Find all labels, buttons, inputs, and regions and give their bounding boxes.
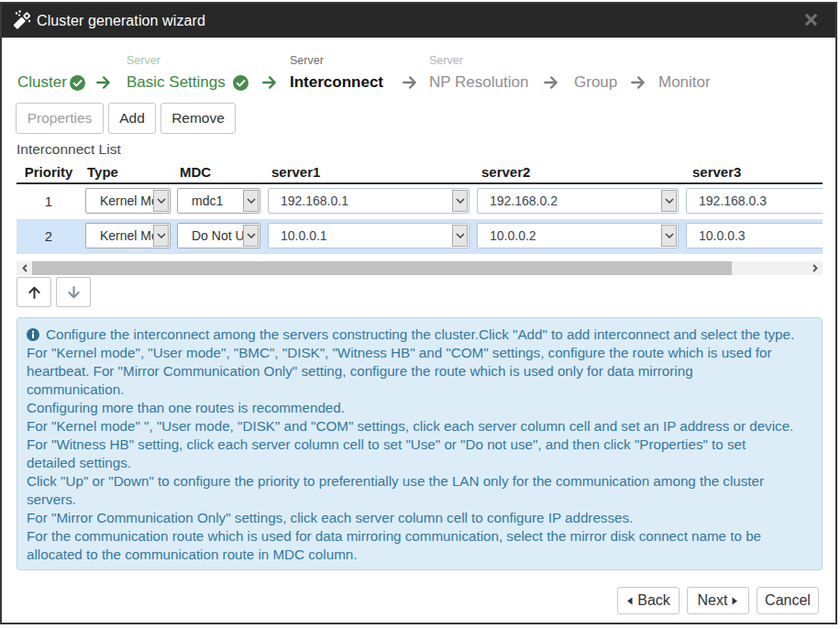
priority-updown bbox=[17, 277, 91, 307]
scroll-right-button[interactable] bbox=[807, 261, 823, 275]
mdc-select[interactable]: Do Not Use bbox=[177, 223, 260, 248]
triangle-right-icon bbox=[732, 597, 738, 605]
step-arrow-icon bbox=[544, 75, 558, 90]
footer-buttons: Back Next Cancel bbox=[617, 587, 819, 614]
arrow-up-icon bbox=[28, 286, 40, 299]
interconnect-list-label: Interconnect List bbox=[17, 141, 121, 157]
mdc-select-value: Do Not Use bbox=[192, 224, 245, 248]
info-icon bbox=[27, 328, 39, 341]
info-text-line: For "Mirror Communication Only" settings… bbox=[27, 509, 818, 527]
step-monitor-label[interactable]: Monitor bbox=[658, 73, 711, 91]
step-arrow-icon bbox=[96, 75, 111, 90]
select-dropdown-button[interactable] bbox=[661, 190, 677, 212]
server2-combo[interactable]: 10.0.0.2 bbox=[477, 223, 679, 248]
select-dropdown-button[interactable] bbox=[153, 190, 169, 212]
type-select-value: Kernel Mode bbox=[100, 224, 155, 248]
chevron-down-icon bbox=[157, 233, 166, 238]
cancel-button-label: Cancel bbox=[765, 592, 811, 609]
info-text-line: allocated to the communication route in … bbox=[27, 546, 818, 564]
chevron-left-icon bbox=[22, 264, 28, 272]
type-select-value: Kernel Mode bbox=[100, 189, 155, 213]
table-row-selected[interactable]: 2 Kernel Mode Do Not Use 10.0.0.1 bbox=[17, 219, 823, 254]
back-button[interactable]: Back bbox=[617, 587, 680, 614]
chevron-down-icon bbox=[456, 233, 465, 238]
server1-combo[interactable]: 192.168.0.1 bbox=[268, 188, 470, 214]
dialog-title: Cluster generation wizard bbox=[37, 12, 205, 30]
server3-combo-value: 10.0.0.3 bbox=[699, 224, 746, 248]
server2-combo-value: 192.168.0.2 bbox=[490, 189, 558, 213]
cancel-button[interactable]: Cancel bbox=[757, 587, 819, 614]
step-np-resolution-label[interactable]: NP Resolution bbox=[429, 73, 528, 91]
select-dropdown-button[interactable] bbox=[243, 190, 259, 212]
info-box: Configure the interconnect among the ser… bbox=[17, 317, 823, 570]
step-cluster-label[interactable]: Cluster bbox=[17, 73, 67, 91]
info-text-line: detailed settings. bbox=[27, 454, 818, 472]
back-button-label: Back bbox=[637, 592, 670, 609]
info-text-line: For "Kernel mode", "User mode", "BMC", "… bbox=[27, 344, 818, 362]
properties-button[interactable]: Properties bbox=[16, 103, 104, 134]
chevron-down-icon bbox=[157, 198, 166, 204]
info-text-line: heartbeat. For "Mirror Communication Onl… bbox=[27, 362, 818, 381]
select-dropdown-button[interactable] bbox=[452, 225, 468, 247]
close-icon[interactable] bbox=[804, 13, 818, 27]
triangle-left-icon bbox=[626, 597, 633, 605]
server1-combo-value: 192.168.0.1 bbox=[281, 189, 348, 213]
select-dropdown-button[interactable] bbox=[153, 225, 169, 247]
next-button[interactable]: Next bbox=[687, 587, 749, 614]
priority-cell: 1 bbox=[17, 184, 81, 219]
chevron-down-icon bbox=[456, 198, 465, 204]
add-button[interactable]: Add bbox=[108, 103, 156, 134]
mdc-select[interactable]: mdc1 bbox=[177, 188, 260, 214]
type-select[interactable]: Kernel Mode bbox=[85, 188, 171, 214]
select-dropdown-button[interactable] bbox=[243, 225, 259, 247]
type-select[interactable]: Kernel Mode bbox=[85, 223, 171, 248]
step-group-label[interactable]: Group bbox=[574, 73, 617, 91]
chevron-down-icon bbox=[665, 233, 674, 238]
step-basic-settings-sub: Server bbox=[127, 55, 160, 67]
step-basic-settings-check-icon bbox=[233, 75, 249, 91]
info-text-line: For the communication route which is use… bbox=[27, 527, 818, 546]
chevron-down-icon bbox=[247, 233, 256, 238]
column-header-priority: Priority bbox=[17, 162, 81, 182]
magic-wand-icon bbox=[13, 9, 32, 31]
chevron-down-icon bbox=[247, 198, 256, 204]
horizontal-scrollbar[interactable] bbox=[17, 261, 823, 275]
table-header-row: Priority Type MDC server1 server2 server… bbox=[17, 162, 823, 184]
remove-button[interactable]: Remove bbox=[160, 103, 236, 134]
scroll-left-button[interactable] bbox=[17, 261, 32, 275]
column-header-type: Type bbox=[81, 162, 172, 182]
server3-combo[interactable]: 10.0.0.3 bbox=[686, 223, 823, 248]
select-dropdown-button[interactable] bbox=[661, 225, 677, 247]
scrollbar-thumb[interactable] bbox=[32, 261, 732, 275]
move-up-button[interactable] bbox=[17, 277, 51, 307]
arrow-down-icon bbox=[68, 286, 80, 299]
move-down-button[interactable] bbox=[56, 277, 91, 307]
step-arrow-icon bbox=[262, 75, 277, 90]
dialog-titlebar: Cluster generation wizard bbox=[0, 2, 837, 38]
info-text-line: communication. bbox=[27, 381, 818, 399]
server2-combo[interactable]: 192.168.0.2 bbox=[477, 188, 679, 214]
server1-combo[interactable]: 10.0.0.1 bbox=[268, 223, 470, 248]
step-interconnect-label[interactable]: Interconnect bbox=[290, 73, 383, 91]
next-button-label: Next bbox=[698, 592, 728, 609]
step-interconnect-sub: Server bbox=[290, 55, 324, 67]
step-basic-settings-label[interactable]: Basic Settings bbox=[127, 73, 226, 91]
server2-combo-value: 10.0.0.2 bbox=[490, 224, 536, 248]
mdc-select-value: mdc1 bbox=[192, 189, 245, 213]
server3-combo[interactable]: 192.168.0.3 bbox=[686, 188, 823, 214]
info-text-line: For "Witness HB" setting, click each ser… bbox=[27, 436, 818, 454]
interconnect-table: Priority Type MDC server1 server2 server… bbox=[17, 162, 823, 254]
column-header-mdc: MDC bbox=[172, 162, 262, 182]
info-text-line: Configure the interconnect among the ser… bbox=[46, 326, 794, 342]
server3-combo-value: 192.168.0.3 bbox=[699, 189, 767, 213]
step-arrow-icon bbox=[631, 75, 646, 90]
step-np-resolution-sub: Server bbox=[429, 55, 463, 67]
table-row[interactable]: 1 Kernel Mode mdc1 192.168.0.1 bbox=[17, 184, 823, 219]
priority-cell: 2 bbox=[17, 219, 81, 254]
toolbar: Properties Add Remove bbox=[16, 103, 236, 134]
column-header-server3: server3 bbox=[682, 162, 823, 182]
server1-combo-value: 10.0.0.1 bbox=[281, 224, 327, 248]
select-dropdown-button[interactable] bbox=[452, 190, 468, 212]
chevron-down-icon bbox=[665, 198, 674, 204]
info-text-line: Click "Up" or "Down" to configure the pr… bbox=[27, 472, 818, 491]
